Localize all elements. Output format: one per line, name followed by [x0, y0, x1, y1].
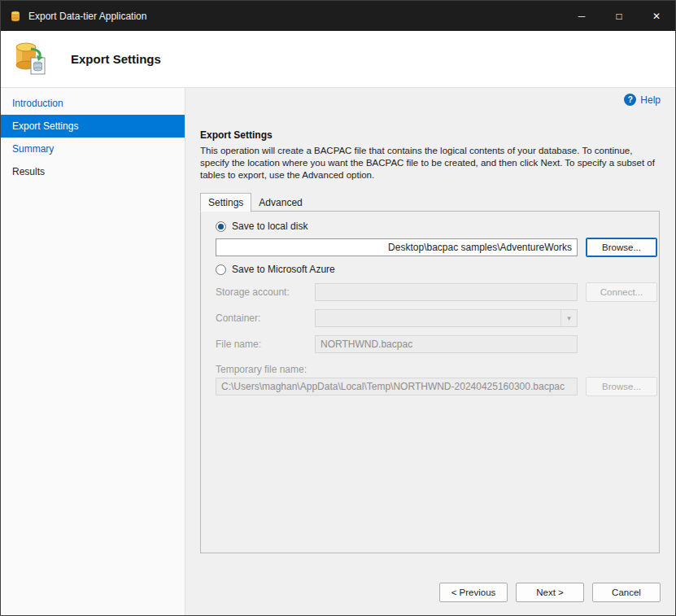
browse-local-button[interactable]: Browse...: [586, 238, 657, 257]
help-label: Help: [640, 94, 661, 106]
temp-file-input: [216, 378, 578, 395]
section-description: This operation will create a BACPAC file…: [200, 145, 661, 182]
browse-temp-button: Browse...: [586, 377, 657, 396]
temp-file-label: Temporary file name:: [216, 360, 307, 378]
next-button[interactable]: Next >: [516, 583, 584, 602]
save-azure-label: Save to Microsoft Azure: [232, 264, 335, 275]
settings-panel: Save to local disk Browse... Save to Mic…: [200, 211, 660, 553]
export-database-icon: [11, 39, 49, 80]
container-dropdown: ▾: [315, 309, 578, 327]
connect-button: Connect...: [586, 282, 657, 302]
minimize-button[interactable]: ─: [563, 1, 600, 31]
storage-account-label: Storage account:: [216, 283, 290, 301]
save-azure-option: Save to Microsoft Azure: [216, 264, 335, 275]
settings-tabs: Settings Advanced: [200, 193, 310, 212]
wizard-header: Export Settings: [1, 31, 675, 88]
sidebar-item-export-settings[interactable]: Export Settings: [1, 115, 185, 138]
sidebar-item-summary[interactable]: Summary: [1, 138, 185, 160]
app-icon: [9, 10, 22, 23]
container-label: Container:: [216, 309, 260, 327]
main-content: ? Help Export Settings This operation wi…: [185, 88, 675, 615]
storage-account-input: [315, 283, 578, 301]
sidebar-item-results: Results: [1, 160, 185, 183]
tab-advanced[interactable]: Advanced: [251, 193, 309, 212]
step-sidebar: Introduction Export Settings Summary Res…: [1, 88, 185, 615]
maximize-button[interactable]: □: [600, 1, 638, 31]
help-icon: ?: [624, 94, 636, 106]
window-title: Export Data-tier Application: [28, 11, 146, 22]
help-link[interactable]: ? Help: [624, 94, 661, 106]
local-disk-path-input[interactable]: [216, 238, 578, 256]
wizard-body: Introduction Export Settings Summary Res…: [1, 88, 675, 615]
file-name-input: [315, 335, 578, 353]
tab-settings[interactable]: Settings: [200, 193, 251, 212]
wizard-footer: < Previous Next > Cancel: [439, 583, 661, 602]
window-controls: ─ □ ✕: [563, 1, 675, 31]
save-local-disk-label: Save to local disk: [232, 221, 307, 232]
save-local-disk-radio[interactable]: [216, 221, 226, 232]
sidebar-item-introduction[interactable]: Introduction: [1, 92, 185, 115]
save-azure-radio[interactable]: [216, 264, 226, 275]
file-name-label: File name:: [216, 335, 261, 353]
page-title: Export Settings: [71, 52, 161, 66]
save-local-disk-option: Save to local disk: [216, 221, 307, 232]
export-data-tier-window: Export Data-tier Application ─ □ ✕ Expor…: [0, 0, 676, 616]
titlebar[interactable]: Export Data-tier Application ─ □ ✕: [1, 1, 675, 31]
chevron-down-icon: ▾: [560, 310, 577, 326]
section-title: Export Settings: [200, 129, 273, 141]
close-button[interactable]: ✕: [638, 1, 675, 31]
previous-button[interactable]: < Previous: [439, 583, 508, 602]
radio-selected-dot: [218, 224, 224, 229]
cancel-button[interactable]: Cancel: [592, 583, 661, 602]
